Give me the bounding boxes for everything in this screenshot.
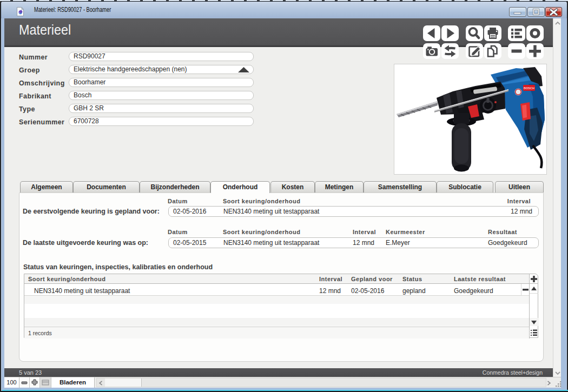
svg-text:BOSCH: BOSCH	[524, 87, 534, 90]
